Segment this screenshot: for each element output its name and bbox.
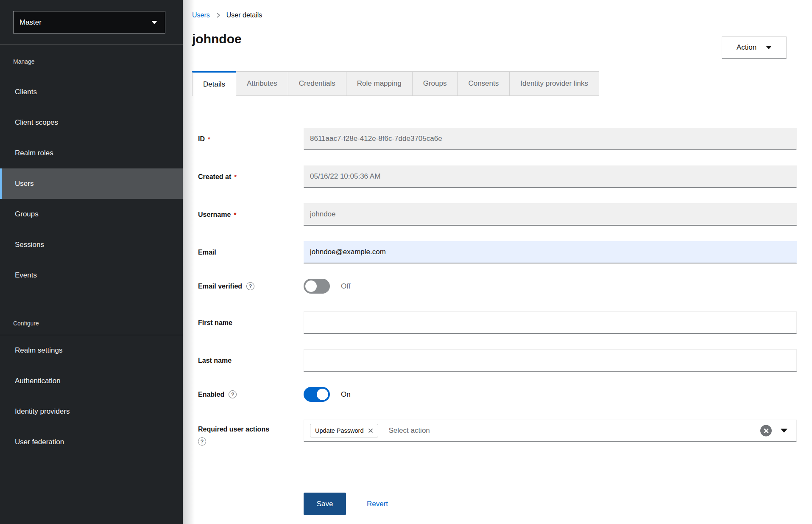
- email-verified-label: Email verified ?: [198, 282, 304, 290]
- form-row-required-user-actions: Required user actions ? Update Password …: [198, 420, 797, 446]
- clear-selection-icon[interactable]: [760, 425, 772, 437]
- form-row-enabled: Enabled ? On: [198, 387, 797, 402]
- tab-role-mapping[interactable]: Role mapping: [346, 71, 413, 96]
- chevron-down-icon: [151, 21, 157, 24]
- user-details-form: ID * Created at * Username *: [183, 96, 812, 515]
- email-verified-state: Off: [341, 282, 350, 291]
- page-title: johndoe: [192, 32, 812, 46]
- form-row-email-verified: Email verified ? Off: [198, 279, 797, 294]
- chevron-down-icon: [766, 46, 772, 49]
- form-row-id: ID *: [198, 128, 797, 150]
- sidebar: Master Manage Clients Client scopes Real…: [0, 0, 183, 524]
- required-user-actions-select[interactable]: Update Password Select action: [304, 420, 797, 442]
- main-content: Users User details johndoe Action Detail…: [183, 0, 812, 524]
- tab-details[interactable]: Details: [192, 71, 236, 96]
- username-field: [304, 203, 797, 226]
- form-row-created-at: Created at *: [198, 165, 797, 188]
- sidebar-header: Master: [0, 0, 183, 45]
- save-button[interactable]: Save: [304, 493, 346, 515]
- sidebar-item-user-federation[interactable]: User federation: [0, 427, 183, 457]
- sidebar-item-groups[interactable]: Groups: [0, 199, 183, 230]
- email-verified-toggle[interactable]: [304, 279, 330, 294]
- tab-credentials[interactable]: Credentials: [288, 71, 346, 96]
- id-field: [304, 128, 797, 150]
- breadcrumb: Users User details: [183, 0, 812, 19]
- nav-section-title-manage: Manage: [0, 46, 183, 77]
- first-name-field[interactable]: [304, 311, 797, 334]
- created-at-field: [304, 165, 797, 188]
- last-name-label: Last name: [198, 357, 304, 364]
- username-label: Username *: [198, 211, 304, 219]
- tab-bar: Details Attributes Credentials Role mapp…: [192, 71, 812, 96]
- action-dropdown-label: Action: [737, 43, 756, 52]
- required-asterisk: *: [208, 135, 210, 143]
- chevron-right-icon: [215, 12, 221, 18]
- created-at-label: Created at *: [198, 173, 304, 181]
- chip-update-password: Update Password: [310, 424, 378, 437]
- id-label: ID *: [198, 135, 304, 143]
- email-label: Email: [198, 249, 304, 256]
- toggle-knob: [305, 280, 317, 292]
- realm-selector[interactable]: Master: [13, 11, 165, 34]
- chip-remove-icon[interactable]: [368, 428, 373, 433]
- sidebar-item-clients[interactable]: Clients: [0, 77, 183, 107]
- enabled-state: On: [341, 390, 351, 399]
- email-field[interactable]: [304, 241, 797, 263]
- form-row-username: Username *: [198, 203, 797, 226]
- tab-identity-provider-links[interactable]: Identity provider links: [510, 71, 599, 96]
- enabled-toggle[interactable]: [304, 387, 330, 402]
- sidebar-item-sessions[interactable]: Sessions: [0, 230, 183, 260]
- nav-section-configure: Configure Realm settings Authentication …: [0, 291, 183, 457]
- form-actions: Save Revert: [198, 493, 797, 515]
- sidebar-item-identity-providers[interactable]: Identity providers: [0, 396, 183, 427]
- help-icon[interactable]: ?: [246, 282, 254, 290]
- required-asterisk: *: [234, 211, 236, 218]
- sidebar-item-users[interactable]: Users: [0, 168, 183, 199]
- nav-section-manage: Manage Clients Client scopes Realm roles…: [0, 45, 183, 291]
- form-row-first-name: First name: [198, 311, 797, 334]
- breadcrumb-current: User details: [226, 11, 262, 19]
- required-user-actions-label: Required user actions ?: [198, 420, 304, 446]
- sidebar-item-client-scopes[interactable]: Client scopes: [0, 107, 183, 138]
- tab-attributes[interactable]: Attributes: [236, 71, 288, 96]
- first-name-label: First name: [198, 319, 304, 327]
- help-icon[interactable]: ?: [229, 390, 237, 398]
- form-row-email: Email: [198, 241, 797, 263]
- sidebar-item-realm-roles[interactable]: Realm roles: [0, 138, 183, 168]
- sidebar-item-events[interactable]: Events: [0, 260, 183, 291]
- nav-section-title-configure: Configure: [0, 311, 183, 335]
- tab-groups[interactable]: Groups: [413, 71, 458, 96]
- tab-consents[interactable]: Consents: [458, 71, 510, 96]
- select-placeholder: Select action: [388, 426, 430, 435]
- revert-link[interactable]: Revert: [367, 500, 388, 508]
- toggle-knob: [317, 389, 328, 400]
- last-name-field[interactable]: [304, 349, 797, 372]
- realm-selector-label: Master: [20, 18, 151, 27]
- sidebar-item-realm-settings[interactable]: Realm settings: [0, 335, 183, 366]
- sidebar-item-authentication[interactable]: Authentication: [0, 366, 183, 396]
- required-asterisk: *: [234, 173, 237, 180]
- chevron-down-icon[interactable]: [781, 429, 787, 433]
- enabled-label: Enabled ?: [198, 390, 304, 398]
- help-icon[interactable]: ?: [198, 437, 206, 446]
- action-dropdown-button[interactable]: Action: [722, 36, 787, 59]
- form-row-last-name: Last name: [198, 349, 797, 372]
- breadcrumb-users-link[interactable]: Users: [192, 11, 210, 19]
